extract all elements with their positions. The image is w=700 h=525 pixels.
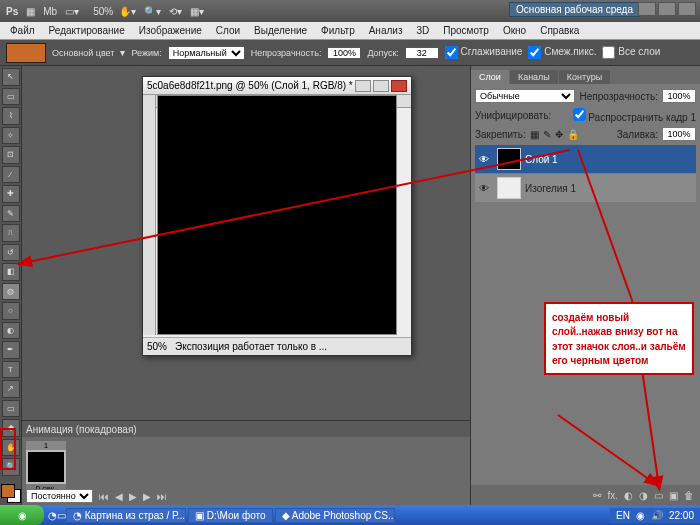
- layer-name[interactable]: Слой 1: [525, 154, 558, 165]
- brush-tool[interactable]: ✎: [2, 205, 20, 223]
- layer-thumbnail[interactable]: [497, 148, 521, 170]
- taskbar-item[interactable]: ◔ Картина из страз / Р...: [66, 508, 186, 523]
- menu-select[interactable]: Выделение: [248, 23, 313, 38]
- arrange-icon[interactable]: ▦▾: [190, 6, 204, 17]
- tray-icon[interactable]: 🔊: [651, 510, 663, 521]
- frame-thumbnail[interactable]: [26, 450, 66, 484]
- layer-row-2[interactable]: 👁 Изогелия 1: [475, 174, 696, 202]
- lock-all-icon[interactable]: 🔒: [567, 129, 579, 140]
- path-tool[interactable]: ↗: [2, 380, 20, 398]
- close-icon[interactable]: [678, 2, 696, 16]
- menu-3d[interactable]: 3D: [410, 23, 435, 38]
- foreground-swatch[interactable]: [6, 43, 46, 63]
- fg-color[interactable]: [1, 484, 15, 498]
- opacity-input[interactable]: [327, 47, 361, 59]
- animation-tab[interactable]: Анимация (покадровая): [22, 421, 470, 437]
- wand-tool[interactable]: ✧: [2, 127, 20, 145]
- dodge-tool[interactable]: ◐: [2, 322, 20, 340]
- visibility-icon[interactable]: 👁: [475, 154, 493, 165]
- propagate-checkbox[interactable]: Распространить кадр 1: [573, 108, 697, 123]
- clock[interactable]: 22:00: [669, 510, 694, 521]
- eraser-tool[interactable]: ◧: [2, 263, 20, 281]
- tab-paths[interactable]: Контуры: [559, 70, 610, 84]
- layer-name[interactable]: Изогелия 1: [525, 183, 576, 194]
- lock-position-icon[interactable]: ✥: [555, 129, 563, 140]
- tab-layers[interactable]: Слои: [471, 70, 509, 84]
- move-tool[interactable]: ↖: [2, 68, 20, 86]
- pen-tool[interactable]: ✒: [2, 341, 20, 359]
- layer-group-icon[interactable]: ▭: [654, 490, 663, 501]
- menu-layer[interactable]: Слои: [210, 23, 246, 38]
- menu-view[interactable]: Просмотр: [437, 23, 495, 38]
- tray-icon[interactable]: ◉: [636, 510, 645, 521]
- menu-window[interactable]: Окно: [497, 23, 532, 38]
- start-button[interactable]: ◉: [0, 505, 44, 525]
- history-brush-tool[interactable]: ↺: [2, 244, 20, 262]
- layer-thumbnail[interactable]: [497, 177, 521, 199]
- menu-analysis[interactable]: Анализ: [363, 23, 409, 38]
- adjustment-layer-icon[interactable]: ◑: [639, 490, 648, 501]
- eyedropper-tool[interactable]: ⁄: [2, 166, 20, 184]
- workspace-button[interactable]: Основная рабочая среда: [509, 2, 640, 17]
- hand-icon[interactable]: ✋▾: [119, 6, 136, 17]
- layer-opacity-input[interactable]: [662, 89, 696, 103]
- menu-image[interactable]: Изображение: [133, 23, 208, 38]
- rotate-icon[interactable]: ⟲▾: [169, 6, 182, 17]
- marquee-tool[interactable]: ▭: [2, 88, 20, 106]
- first-frame-icon[interactable]: ⏮: [99, 491, 109, 502]
- quicklaunch-icon[interactable]: ◔: [48, 510, 57, 521]
- tab-channels[interactable]: Каналы: [510, 70, 558, 84]
- color-swatches[interactable]: [1, 484, 21, 503]
- menu-edit[interactable]: Редактирование: [43, 23, 131, 38]
- layer-fx-icon[interactable]: fx.: [607, 490, 618, 501]
- zoom-level[interactable]: 50%: [93, 6, 113, 17]
- shape-tool[interactable]: ▭: [2, 400, 20, 418]
- visibility-icon[interactable]: 👁: [475, 183, 493, 194]
- lasso-tool[interactable]: ⌇: [2, 107, 20, 125]
- doc-close-icon[interactable]: [391, 80, 407, 92]
- healing-tool[interactable]: ✚: [2, 185, 20, 203]
- zoom-icon[interactable]: 🔍▾: [144, 6, 161, 17]
- menu-help[interactable]: Справка: [534, 23, 585, 38]
- layer-blend-select[interactable]: Обычные: [475, 89, 575, 103]
- stamp-tool[interactable]: ⎍: [2, 224, 20, 242]
- type-tool[interactable]: T: [2, 361, 20, 379]
- menu-filter[interactable]: Фильтр: [315, 23, 361, 38]
- loop-select[interactable]: Постоянно: [26, 489, 93, 503]
- play-icon[interactable]: ▶: [129, 491, 137, 502]
- prev-frame-icon[interactable]: ◀: [115, 491, 123, 502]
- last-frame-icon[interactable]: ⏭: [157, 491, 167, 502]
- taskbar-item[interactable]: ◆ Adobe Photoshop CS...: [275, 508, 395, 523]
- quicklaunch-icon[interactable]: ▭: [57, 510, 66, 521]
- taskbar-item[interactable]: ▣ D:\Мои фото: [188, 508, 273, 523]
- language-indicator[interactable]: EN: [616, 510, 630, 521]
- new-layer-icon[interactable]: ▣: [669, 490, 678, 501]
- minimize-icon[interactable]: [638, 2, 656, 16]
- maximize-icon[interactable]: [658, 2, 676, 16]
- screenmode-icon[interactable]: ▭▾: [65, 6, 79, 17]
- system-tray[interactable]: EN ◉ 🔊 22:00: [610, 508, 700, 523]
- animation-frame-1[interactable]: 1 0 сек.: [26, 441, 66, 493]
- fill-input[interactable]: [662, 127, 696, 141]
- document-titlebar[interactable]: 5c0a6e8d8f21t.png @ 50% (Слой 1, RGB/8) …: [143, 77, 411, 95]
- menu-file[interactable]: Файл: [4, 23, 41, 38]
- layer-mask-icon[interactable]: ◐: [624, 490, 633, 501]
- bucket-tool[interactable]: ◍: [2, 283, 20, 301]
- mb-icon[interactable]: Mb: [43, 6, 57, 17]
- doc-zoom[interactable]: 50%: [147, 341, 167, 352]
- delete-layer-icon[interactable]: 🗑: [684, 490, 694, 501]
- next-frame-icon[interactable]: ▶: [143, 491, 151, 502]
- contiguous-checkbox[interactable]: Смеж.пикс.: [528, 46, 596, 59]
- link-layers-icon[interactable]: ⚯: [593, 490, 601, 501]
- lock-transparency-icon[interactable]: ▦: [530, 129, 539, 140]
- lock-brush-icon[interactable]: ✎: [543, 129, 551, 140]
- antialias-checkbox[interactable]: Сглаживание: [445, 46, 523, 59]
- doc-maximize-icon[interactable]: [373, 80, 389, 92]
- layer-row-1[interactable]: 👁 Слой 1: [475, 145, 696, 173]
- bridge-icon[interactable]: ▦: [26, 6, 35, 17]
- tolerance-input[interactable]: [405, 47, 439, 59]
- blend-mode-select[interactable]: Нормальный: [168, 46, 245, 60]
- blur-tool[interactable]: ○: [2, 302, 20, 320]
- doc-minimize-icon[interactable]: [355, 80, 371, 92]
- alllayers-checkbox[interactable]: Все слои: [602, 46, 660, 59]
